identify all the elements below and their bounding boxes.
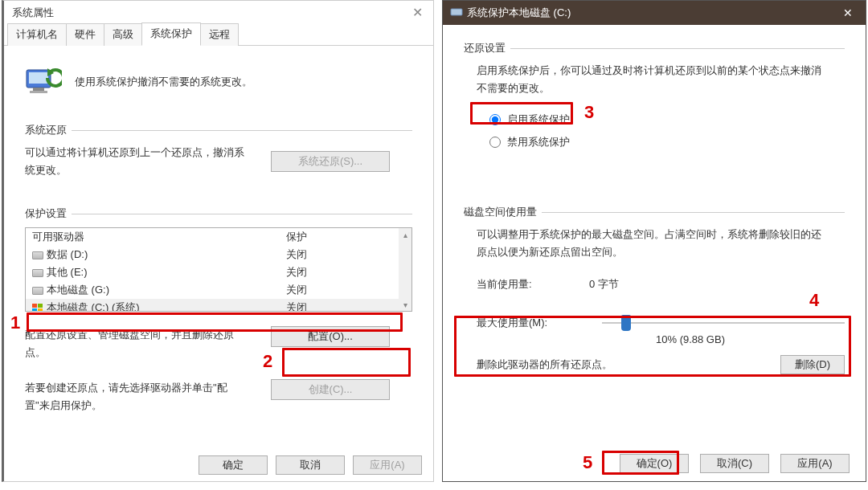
max-usage-slider[interactable]	[602, 314, 845, 332]
create-description: 若要创建还原点，请先选择驱动器并单击"配置"来启用保护。	[25, 379, 250, 414]
cancel-button[interactable]: 取消(C)	[700, 454, 769, 473]
scrollbar[interactable]: ▴ ▾	[399, 228, 411, 311]
apply-button[interactable]: 应用(A)	[353, 455, 422, 475]
windows-drive-icon	[32, 304, 43, 312]
radio-label: 启用系统保护	[507, 112, 570, 127]
col-drive-label: 可用驱动器	[32, 230, 286, 244]
section-system-restore: 系统还原	[25, 123, 412, 137]
tab-advanced[interactable]: 高级	[104, 23, 142, 46]
drive-icon	[32, 287, 43, 295]
dialog-footer: 确定 取消 应用(A)	[199, 455, 422, 475]
drive-list-header: 可用驱动器 保护	[26, 228, 411, 246]
tab-system-protection[interactable]: 系统保护	[141, 22, 201, 46]
tab-remote[interactable]: 远程	[200, 23, 239, 46]
radio-disable-protection[interactable]: 禁用系统保护	[488, 131, 845, 153]
col-status-label: 保护	[286, 230, 407, 244]
system-protection-drive-window: 系统保护本地磁盘 (C:) ✕ 还原设置 启用系统保护后，你可以通过及时将计算机…	[442, 0, 866, 482]
drive-row[interactable]: 数据 (D:) 关闭	[26, 246, 411, 263]
svg-rect-2	[33, 88, 44, 91]
svg-rect-1	[29, 72, 48, 84]
restore-description: 可以通过将计算机还原到上一个还原点，撤消系统更改。	[25, 144, 250, 179]
close-icon[interactable]: ✕	[409, 1, 425, 25]
section-protection-settings: 保护设置	[25, 206, 412, 221]
restore-description: 启用系统保护后，你可以通过及时将计算机还原到以前的某个状态点来撤消不需要的更改。	[477, 62, 822, 97]
system-protection-icon	[25, 65, 62, 99]
max-usage-label: 最大使用量(M):	[477, 316, 589, 330]
section-label: 还原设置	[464, 41, 506, 55]
svg-rect-5	[451, 9, 462, 15]
section-restore-settings: 还原设置	[464, 41, 845, 55]
titlebar: 系统保护本地磁盘 (C:) ✕	[443, 1, 866, 25]
configure-button[interactable]: 配置(O)...	[271, 326, 390, 347]
window-title: 系统保护本地磁盘 (C:)	[467, 6, 571, 20]
section-label: 系统还原	[25, 123, 67, 137]
intro-text: 使用系统保护撤消不需要的系统更改。	[75, 75, 252, 89]
dialog-footer: 确定(O) 取消(C) 应用(A)	[620, 454, 850, 473]
titlebar: 系统属性 ✕	[4, 1, 433, 25]
drive-row[interactable]: 本地磁盘 (G:) 关闭	[26, 281, 411, 299]
system-properties-window: 系统属性 ✕ 计算机名 硬件 高级 系统保护 远程 使用系统保护撤消不需要的系统…	[2, 0, 434, 482]
drive-icon	[32, 251, 43, 259]
ok-button[interactable]: 确定(O)	[620, 454, 689, 473]
current-usage-label: 当前使用量:	[477, 277, 589, 292]
scroll-up-icon[interactable]: ▴	[399, 228, 411, 241]
delete-description: 删除此驱动器的所有还原点。	[477, 357, 764, 372]
section-disk-space: 磁盘空间使用量	[464, 205, 845, 219]
drive-icon	[32, 269, 43, 277]
drive-row[interactable]: 其他 (E:) 关闭	[26, 263, 411, 281]
radio-label: 禁用系统保护	[507, 135, 570, 149]
annotation-number-5: 5	[583, 452, 592, 473]
system-restore-button[interactable]: 系统还原(S)...	[271, 151, 390, 172]
radio-input[interactable]	[489, 137, 501, 148]
drive-row-selected[interactable]: 本地磁盘 (C:) (系统) 关闭	[26, 299, 411, 312]
space-description: 可以调整用于系统保护的最大磁盘空间。占满空间时，系统将删除较旧的还原点以便为新还…	[477, 226, 822, 261]
section-label: 磁盘空间使用量	[464, 205, 537, 219]
slider-thumb[interactable]	[621, 315, 631, 331]
scroll-down-icon[interactable]: ▾	[399, 298, 411, 311]
cancel-button[interactable]: 取消	[276, 455, 345, 475]
delete-button[interactable]: 删除(D)	[780, 355, 845, 374]
tab-computer-name[interactable]: 计算机名	[7, 23, 67, 46]
section-label: 保护设置	[25, 206, 67, 221]
tab-hardware[interactable]: 硬件	[66, 23, 104, 46]
max-usage-readout: 10% (9.88 GB)	[656, 333, 725, 345]
tab-strip: 计算机名 硬件 高级 系统保护 远程	[4, 25, 433, 46]
drive-list[interactable]: 可用驱动器 保护 数据 (D:) 关闭 其他 (E:) 关闭 本地磁盘 (G:)…	[25, 227, 412, 312]
configure-description: 配置还原设置、管理磁盘空间，并且删除还原点。	[25, 326, 250, 361]
create-button[interactable]: 创建(C)...	[271, 379, 390, 400]
radio-input[interactable]	[489, 114, 501, 125]
ok-button[interactable]: 确定	[199, 455, 268, 475]
radio-enable-protection[interactable]: 启用系统保护	[488, 108, 845, 131]
drive-icon	[449, 7, 464, 19]
apply-button[interactable]: 应用(A)	[780, 454, 850, 473]
svg-rect-3	[30, 91, 47, 93]
current-usage-value: 0 字节	[589, 277, 845, 292]
close-icon[interactable]: ✕	[830, 1, 866, 25]
window-title: 系统属性	[12, 1, 54, 25]
